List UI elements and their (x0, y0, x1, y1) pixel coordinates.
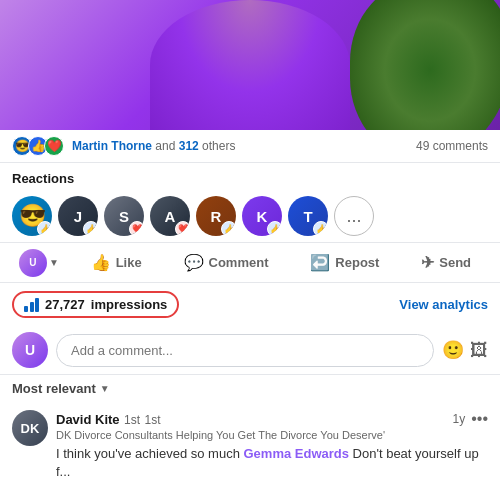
reaction-profile-5[interactable]: R 👍 (196, 196, 236, 236)
hero-image (0, 0, 500, 130)
send-button[interactable]: ✈ Send (411, 247, 481, 278)
reactions-more-button[interactable]: ... (334, 196, 374, 236)
like-button-group: U ▼ (19, 249, 59, 277)
reaction-profile-7[interactable]: T 👍 (288, 196, 328, 236)
reactions-others-link[interactable]: 312 (179, 139, 199, 153)
comment-subtitle: DK Divorce Consultants Helping You Get T… (56, 429, 488, 441)
reactions-and: and (155, 139, 178, 153)
reaction-badge-2: 👍 (83, 221, 98, 236)
comment-header: David Kite 1st 1st 1y ••• (56, 410, 488, 428)
sort-chevron: ▼ (100, 383, 110, 394)
reactions-section-label: Reactions (0, 163, 500, 190)
reactions-text: Martin Thorne and 312 others (72, 139, 235, 153)
reaction-profile-6[interactable]: K 👍 (242, 196, 282, 236)
sort-dropdown[interactable]: Most relevant ▼ (0, 375, 500, 402)
comment-input-row: U 🙂 🖼 (0, 326, 500, 375)
reactions-others-label: others (202, 139, 235, 153)
reactions-left: 😎 👍 ❤️ Martin Thorne and 312 others (12, 136, 235, 156)
view-analytics-link[interactable]: View analytics (399, 297, 488, 312)
reaction-badge-4: ❤️ (175, 221, 190, 236)
sort-label: Most relevant (12, 381, 96, 396)
like-icon: 👍 (91, 253, 111, 272)
comment-icon: 💬 (184, 253, 204, 272)
comment-connection-badge: 1st (124, 413, 140, 427)
like-label: Like (116, 255, 142, 270)
comment-time: 1y (453, 412, 466, 426)
reaction-icon-3: ❤️ (44, 136, 64, 156)
comment-text: I think you've achieved so much Gemma Ed… (56, 445, 488, 481)
action-buttons-row: U ▼ 👍 Like 💬 Comment ↩️ Repost ✈ Send (0, 242, 500, 283)
bar-1 (24, 306, 28, 312)
impressions-badge: 27,727 impressions (12, 291, 179, 318)
send-icon: ✈ (421, 253, 434, 272)
comment-label: Comment (209, 255, 269, 270)
comment-button[interactable]: 💬 Comment (174, 247, 279, 278)
comment-item: DK David Kite 1st 1st 1y ••• DK Divorce … (0, 402, 500, 489)
repost-label: Repost (335, 255, 379, 270)
bar-3 (35, 298, 39, 312)
comment-avatar[interactable]: DK (12, 410, 48, 446)
reaction-profile-4[interactable]: A ❤️ (150, 196, 190, 236)
comment-name-group: David Kite 1st 1st (56, 410, 161, 428)
bar-chart-icon (24, 298, 39, 312)
comment-author-name[interactable]: David Kite (56, 412, 120, 427)
reaction-badge-3: ❤️ (129, 221, 144, 236)
repost-button[interactable]: ↩️ Repost (300, 247, 389, 278)
comment-body: David Kite 1st 1st 1y ••• DK Divorce Con… (56, 410, 488, 481)
reaction-badge-6: 👍 (267, 221, 282, 236)
impressions-row: 27,727 impressions View analytics (0, 283, 500, 326)
impressions-label: impressions (91, 297, 168, 312)
comment-input-field[interactable] (56, 334, 434, 367)
reaction-badge-1: 👍 (37, 221, 52, 236)
bar-2 (30, 302, 34, 312)
comment-mention[interactable]: Gemma Edwards (243, 446, 349, 461)
reaction-emoji-icons: 😎 👍 ❤️ (12, 136, 64, 156)
reactions-bar: 😎 👍 ❤️ Martin Thorne and 312 others 49 c… (0, 130, 500, 163)
reaction-profile-3[interactable]: S ❤️ (104, 196, 144, 236)
reactions-author-link[interactable]: Martin Thorne (72, 139, 152, 153)
commenter-avatar: U (12, 332, 48, 368)
reaction-badge-7: 👍 (313, 221, 328, 236)
comments-count: 49 comments (416, 139, 488, 153)
image-icon[interactable]: 🖼 (470, 340, 488, 361)
send-label: Send (439, 255, 471, 270)
emoji-icon[interactable]: 🙂 (442, 339, 464, 361)
repost-icon: ↩️ (310, 253, 330, 272)
reaction-profile-2[interactable]: J 👍 (58, 196, 98, 236)
like-button[interactable]: 👍 Like (81, 247, 152, 278)
reaction-badge-5: 👍 (221, 221, 236, 236)
reactions-more-label: ... (346, 206, 361, 227)
comment-badge-text: 1st (145, 413, 161, 427)
reaction-profiles-row: 😎 👍 J 👍 S ❤️ A ❤️ R 👍 K 👍 T 👍 ... (0, 190, 500, 242)
impressions-count: 27,727 (45, 297, 85, 312)
reaction-profile-1[interactable]: 😎 👍 (12, 196, 52, 236)
comment-meta-right: 1y ••• (453, 410, 489, 428)
comment-text-before: I think you've achieved so much (56, 446, 243, 461)
dropdown-chevron[interactable]: ▼ (49, 257, 59, 268)
comment-more-button[interactable]: ••• (471, 410, 488, 428)
user-avatar-small: U (19, 249, 47, 277)
comment-input-icons: 🙂 🖼 (442, 339, 488, 361)
